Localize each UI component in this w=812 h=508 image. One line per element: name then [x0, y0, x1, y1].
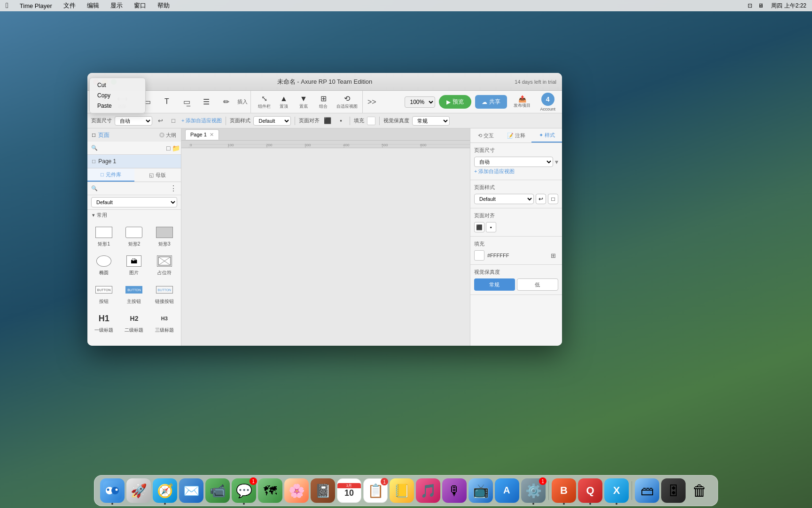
comp-link-btn[interactable]: BUTTON 链接按钮 [150, 280, 179, 308]
comp-rect3[interactable]: 矩形3 [150, 222, 179, 250]
pen-tool-button[interactable]: ✏ [217, 93, 235, 111]
pages-search-input[interactable] [100, 145, 164, 151]
comp-h2[interactable]: H2 二级标题 [119, 309, 148, 336]
page-1-item[interactable]: □ Page 1 [87, 155, 181, 168]
page1-tab[interactable]: Page 1 ✕ [185, 129, 219, 140]
align-center-btn[interactable]: ▪ [336, 116, 346, 126]
fill-color-swatch[interactable] [367, 117, 375, 125]
close-tab-icon[interactable]: ✕ [210, 132, 214, 138]
adaptive-button[interactable]: ⟲ 自适应视图 [334, 93, 360, 111]
comp-placeholder[interactable]: 占位符 [150, 251, 179, 279]
style-undo-btn[interactable]: ↩ [536, 194, 546, 204]
bring-front-button[interactable]: ▲ 置顶 [274, 93, 293, 111]
redo-button[interactable]: □ [168, 116, 179, 126]
share-button[interactable]: ☁ 共享 [475, 95, 507, 109]
dock-notes2[interactable]: 📒 [390, 478, 414, 503]
library-select[interactable]: Default [91, 197, 177, 207]
menu-edit[interactable]: 编辑 [85, 0, 101, 11]
components-tab[interactable]: □ 元件库 [87, 168, 134, 182]
right-visual-label: 视觉保真度 [474, 269, 558, 276]
menu-file[interactable]: 文件 [62, 0, 78, 11]
components-tab-label: 元件库 [106, 171, 121, 178]
dock-music[interactable]: 🎵 [416, 478, 440, 503]
fill-mode-btn[interactable]: ⊞ [548, 250, 558, 261]
align-center-btn[interactable]: ▪ [486, 222, 496, 232]
more-button[interactable]: >> [365, 96, 379, 108]
dock-maps[interactable]: 🗺 [258, 478, 282, 503]
dock-trash[interactable]: 🗑 [687, 478, 712, 503]
datetime[interactable]: 周四 上午2:22 [769, 1, 808, 11]
menu-window[interactable]: 窗口 [132, 0, 148, 11]
style-edit-btn[interactable]: □ [548, 194, 558, 204]
comp-menu-btn[interactable]: ⋮ [170, 184, 177, 193]
cut-menu-item[interactable]: Cut [90, 80, 145, 90]
account-button[interactable]: 4 Account [537, 92, 558, 112]
align-left-btn[interactable]: ⬛ [322, 116, 333, 126]
comp-btn[interactable]: BUTTON 按钮 [89, 280, 118, 308]
pages-header[interactable]: □ 页面 ◎ 大纲 [87, 128, 181, 142]
preview-button[interactable]: ▶ 预览 [439, 95, 471, 109]
style-tab[interactable]: ✦ 样式 [531, 128, 562, 143]
comp-rect2[interactable]: 矩形2 [119, 222, 148, 250]
visual-low-btn[interactable]: 低 [517, 278, 559, 291]
undo-button[interactable]: ↩ [155, 116, 165, 126]
visual-select[interactable]: 常规 低 [412, 116, 450, 126]
dock-files[interactable]: 🗃 [635, 478, 659, 503]
dock-reminders[interactable]: 📋 1 [363, 478, 388, 503]
visual-normal-btn[interactable]: 常规 [474, 278, 515, 291]
right-page-size-select[interactable]: 自动 [474, 157, 553, 167]
zoom-select[interactable]: 100% 75% 50% 150% [405, 96, 435, 108]
dock-bear[interactable]: B [552, 478, 576, 503]
dock-calendar[interactable]: 3月 10 [337, 478, 361, 503]
publish-button[interactable]: 📤 发布项目 [511, 93, 533, 111]
dock-quick[interactable]: Q [578, 478, 602, 503]
canvas-area[interactable]: Page 1 ✕ 0 100 200 300 [181, 128, 470, 346]
menu-help[interactable]: 帮助 [156, 0, 172, 11]
comp-rect1[interactable]: 矩形1 [89, 222, 118, 250]
fill-swatch[interactable] [474, 250, 484, 261]
page-size-select[interactable]: 自动 iPhone iPad [115, 116, 152, 126]
dock-notes-brown[interactable]: 📓 [311, 478, 335, 503]
paste-menu-item[interactable]: Paste [90, 101, 145, 111]
dock-mail[interactable]: ✉️ [179, 478, 203, 503]
text-tool-button[interactable]: T [157, 93, 176, 111]
add-folder-btn[interactable]: 📁 [172, 144, 180, 152]
dock-messages[interactable]: 💬 1 [232, 478, 256, 503]
dock-system[interactable]: ⚙️ 1 [521, 478, 546, 503]
menu-display[interactable]: 显示 [109, 0, 125, 11]
add-adaptive-btn[interactable]: + 添加自适应视图 [181, 117, 222, 124]
align-left-btn[interactable]: ⬛ [474, 222, 484, 232]
dock-facetime[interactable]: 📹 [205, 478, 230, 503]
send-back-button[interactable]: ▼ 置底 [294, 93, 313, 111]
comp-image[interactable]: 🏔 图片 [119, 251, 148, 279]
dock-axure[interactable]: X [604, 478, 629, 503]
resize-icon-button[interactable]: ⤡ 组件栏 [255, 93, 273, 111]
dock-photos[interactable]: 🌸 [284, 478, 309, 503]
comp-h3[interactable]: H3 三级标题 [150, 309, 179, 336]
comp-h1[interactable]: H1 一级标题 [89, 309, 118, 336]
copy-menu-item[interactable]: Copy [90, 90, 145, 101]
apple-menu[interactable]:  [4, 0, 10, 11]
right-add-adaptive[interactable]: + 添加自适应视图 [474, 167, 558, 176]
interact-tab[interactable]: ⟲ 交互 [470, 128, 501, 143]
right-page-style-select[interactable]: Default [474, 194, 534, 204]
app-name[interactable]: Time Player [18, 1, 54, 10]
add-page-btn[interactable]: □ [166, 144, 170, 152]
dock-podcasts[interactable]: 🎙 [442, 478, 467, 503]
notes-tab[interactable]: 📝 注释 [501, 128, 531, 143]
page-style-select[interactable]: Default [253, 116, 291, 126]
master-tab[interactable]: ◱ 母版 [134, 168, 181, 182]
input-tool-button[interactable]: ▭̲ [177, 93, 196, 111]
right-visual: 视觉保真度 常规 低 [470, 265, 562, 295]
dock-tv[interactable]: 📺 [468, 478, 493, 503]
comp-oval[interactable]: 椭圆 [89, 251, 118, 279]
dock-launchpad[interactable]: 🚀 [126, 478, 151, 503]
dock-appstore[interactable]: A [495, 478, 519, 503]
menu-tool-button[interactable]: ☰ [197, 93, 216, 111]
comp-primary-btn[interactable]: BUTTON 主按钮 [119, 280, 148, 308]
dock-safari[interactable]: 🧭 [153, 478, 177, 503]
dock-finder[interactable] [100, 478, 125, 503]
group-button[interactable]: ⊞ 组合 [314, 93, 333, 111]
dock-control[interactable]: 🎛 [661, 478, 686, 503]
comp-search-input[interactable] [100, 186, 168, 191]
